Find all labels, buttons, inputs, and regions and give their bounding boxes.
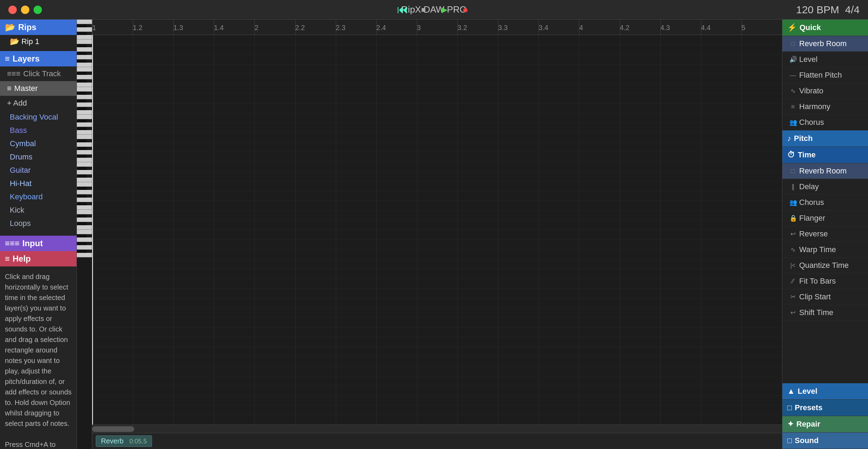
piano-key-black[interactable]: [77, 107, 87, 110]
grid-content[interactable]: [92, 35, 782, 425]
piano-key-black[interactable]: [77, 92, 87, 95]
scrollbar-thumb[interactable]: [92, 426, 134, 432]
piano-key-black[interactable]: [77, 127, 87, 130]
instrument-backing-vocal[interactable]: Backing Vocal: [0, 111, 77, 124]
piano-key-white[interactable]: [77, 158, 92, 162]
pitch-header[interactable]: ♪ Pitch: [782, 130, 868, 147]
piano-key-black[interactable]: [77, 32, 87, 35]
piano-key-white[interactable]: [77, 142, 92, 147]
piano-key-white[interactable]: [77, 253, 92, 257]
piano-key-white[interactable]: [77, 135, 92, 139]
horizontal-scrollbar[interactable]: [92, 425, 782, 433]
instrument-loops[interactable]: Loops: [0, 217, 77, 230]
piano-key-white[interactable]: [77, 122, 92, 127]
warp-time-item[interactable]: ∿ Warp Time: [782, 242, 868, 258]
rewind-button[interactable]: ⏮: [396, 3, 410, 17]
close-button[interactable]: [8, 6, 17, 14]
piano-key-white[interactable]: [77, 40, 92, 44]
instrument-bass[interactable]: Bass: [0, 124, 77, 137]
master-item[interactable]: ≡ Master: [0, 81, 77, 96]
piano-key-white[interactable]: [77, 102, 92, 107]
piano-key-black[interactable]: [77, 242, 87, 245]
piano-key-white[interactable]: [77, 150, 92, 155]
piano-key-white[interactable]: [77, 198, 92, 202]
piano-key-black[interactable]: [77, 167, 87, 170]
piano-key-white[interactable]: [77, 67, 92, 72]
piano-key-white[interactable]: [77, 95, 92, 99]
rip1-item[interactable]: 📂 Rip 1: [0, 35, 77, 48]
clip-item[interactable]: Reverb 0:05.5: [96, 435, 152, 447]
instrument-guitar[interactable]: Guitar: [0, 164, 77, 177]
piano-key-white[interactable]: [77, 218, 92, 222]
piano-key-white[interactable]: [77, 230, 92, 234]
piano-key-black[interactable]: [77, 214, 87, 218]
piano-key-black[interactable]: [77, 72, 87, 75]
instrument-kick[interactable]: Kick: [0, 204, 77, 217]
piano-key-black[interactable]: [77, 99, 87, 102]
grid-area[interactable]: 11.21.31.422.22.32.433.23.33.444.24.34.4…: [92, 20, 782, 449]
reverb-room-quick-item[interactable]: □ Reverb Room: [782, 36, 868, 52]
piano-key-black[interactable]: [77, 250, 87, 253]
record-button[interactable]: ●: [458, 3, 472, 17]
piano-key-white[interactable]: [77, 170, 92, 174]
rips-header[interactable]: 📂 Rips: [0, 20, 77, 35]
piano-key-white[interactable]: [77, 83, 92, 87]
clip-start-item[interactable]: ✂ Clip Start: [782, 289, 868, 305]
piano-key-white[interactable]: [77, 27, 92, 32]
piano-key-white[interactable]: [77, 47, 92, 52]
shift-time-item[interactable]: ↩ Shift Time: [782, 305, 868, 321]
maximize-button[interactable]: [34, 6, 42, 14]
flatten-pitch-item[interactable]: — Flatten Pitch: [782, 67, 868, 83]
piano-key-white[interactable]: [77, 225, 92, 230]
piano-key-black[interactable]: [77, 59, 87, 63]
piano-key-white[interactable]: [77, 35, 92, 40]
piano-key-white[interactable]: [77, 75, 92, 79]
piano-key-white[interactable]: [77, 182, 92, 187]
layers-header[interactable]: ≡ Layers: [0, 51, 77, 66]
piano-key-black[interactable]: [77, 194, 87, 198]
quick-header[interactable]: ⚡ Quick: [782, 20, 868, 36]
instrument-cymbal[interactable]: Cymbal: [0, 137, 77, 150]
level-header[interactable]: ▲ Level: [782, 383, 868, 400]
instrument-keyboard[interactable]: Keyboard: [0, 190, 77, 204]
piano-key-black[interactable]: [77, 24, 87, 27]
piano-key-white[interactable]: [77, 162, 92, 167]
piano-key-black[interactable]: [77, 139, 87, 142]
click-track-item[interactable]: ≡≡≡ Click Track: [0, 66, 77, 81]
piano-key-black[interactable]: [77, 202, 87, 205]
level-item[interactable]: 🔊 Level: [782, 52, 868, 67]
piano-key-black[interactable]: [77, 222, 87, 225]
time-header[interactable]: ⏱ Time: [782, 147, 868, 163]
piano-key-white[interactable]: [77, 87, 92, 92]
piano-key-black[interactable]: [77, 79, 87, 83]
piano-key-white[interactable]: [77, 63, 92, 67]
piano-key-white[interactable]: [77, 205, 92, 210]
reverse-item[interactable]: ↩ Reverse: [782, 226, 868, 242]
quantize-time-item[interactable]: |< Quantize Time: [782, 258, 868, 273]
piano-key-white[interactable]: [77, 237, 92, 242]
play-button[interactable]: ▶: [437, 3, 451, 17]
instrument-hihat[interactable]: Hi-Hat: [0, 177, 77, 190]
add-item[interactable]: + Add: [0, 96, 77, 111]
piano-key-black[interactable]: [77, 155, 87, 158]
harmony-quick-item[interactable]: ≡ Harmony: [782, 99, 868, 115]
vibrato-item[interactable]: ∿ Vibrato: [782, 83, 868, 99]
minimize-button[interactable]: [21, 6, 29, 14]
repair-header[interactable]: ✦ Repair: [782, 416, 868, 433]
sound-header[interactable]: □ Sound: [782, 433, 868, 449]
piano-key-black[interactable]: [77, 52, 87, 55]
chorus-time-item[interactable]: 👥 Chorus: [782, 195, 868, 211]
piano-key-white[interactable]: [77, 210, 92, 214]
piano-key-white[interactable]: [77, 20, 92, 24]
help-header[interactable]: ≡ Help: [0, 251, 77, 266]
piano-key-black[interactable]: [77, 234, 87, 237]
piano-key-white[interactable]: [77, 130, 92, 135]
piano-key-white[interactable]: [77, 178, 92, 182]
fit-to-bars-item[interactable]: ∕∕ Fit To Bars: [782, 273, 868, 289]
piano-key-white[interactable]: [77, 115, 92, 119]
presets-header[interactable]: □ Presets: [782, 400, 868, 416]
flanger-item[interactable]: 🔒 Flanger: [782, 211, 868, 226]
piano-key-black[interactable]: [77, 119, 87, 122]
delay-item[interactable]: ‖ Delay: [782, 179, 868, 195]
chorus-quick-item[interactable]: 👥 Chorus: [782, 115, 868, 130]
